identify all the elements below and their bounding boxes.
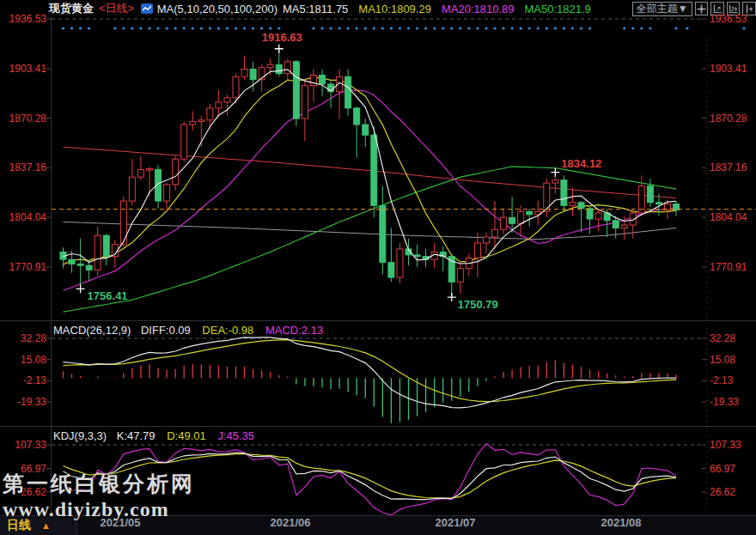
session-marker-dot (502, 27, 504, 29)
ma200-line (64, 222, 677, 240)
candle-body (621, 225, 627, 228)
candle-body (250, 70, 256, 80)
session-marker-dot (338, 27, 341, 29)
candle-body (241, 70, 247, 77)
candle-body (457, 269, 463, 283)
candle-body (94, 235, 101, 270)
candle-body (474, 243, 480, 258)
k-line (64, 453, 677, 500)
tab-daily[interactable]: 日线 ▲ (0, 516, 77, 535)
y-axis-label: 1870.28 (710, 113, 747, 124)
macd-title: MACD(26,12,9) (53, 324, 131, 337)
session-marker-dot (217, 27, 220, 29)
candle-body (173, 159, 179, 185)
session-marker-dot (269, 27, 271, 29)
session-marker-dot (640, 27, 643, 29)
macd-dea-value: DEA:-0.98 (202, 324, 253, 337)
candle-body (647, 186, 653, 203)
extreme-price-label: 1916.63 (262, 31, 302, 44)
kdj-j-value: J:45.35 (217, 429, 254, 442)
candle-body (69, 259, 75, 264)
candle-body (354, 108, 360, 125)
session-marker-dot (209, 27, 211, 29)
session-marker-dot (554, 27, 557, 29)
y-axis-label: 1903.41 (710, 64, 747, 74)
session-marker-dot (424, 27, 427, 29)
session-marker-dot (485, 27, 487, 29)
y-axis-label: 1770.91 (710, 262, 747, 272)
candle-body (320, 75, 326, 83)
candle-body (164, 185, 170, 201)
candle-body (397, 249, 403, 277)
extreme-price-label: 1756.41 (88, 289, 128, 302)
candle-body (302, 86, 308, 119)
candle-body (224, 98, 230, 102)
session-marker-dot (511, 27, 514, 29)
session-marker-dot (113, 27, 116, 29)
y-axis-label: 15.08 (0, 355, 46, 365)
chart-canvas[interactable]: 1916.631834.121756.411750.79 (0, 0, 756, 535)
session-marker-dot (571, 27, 574, 29)
candle-body (77, 264, 83, 265)
session-marker-dot (192, 27, 194, 29)
y-axis-label: 1804.04 (0, 212, 46, 222)
x-axis-month-label: 2021/05 (101, 516, 141, 529)
session-marker-dot (459, 27, 461, 29)
session-marker-dot (252, 27, 254, 29)
session-marker-dot (563, 27, 565, 29)
session-marker-dot (329, 27, 332, 29)
y-axis-label: 1936.53 (710, 14, 747, 24)
candle-body (233, 76, 239, 97)
session-marker-dot (131, 27, 133, 29)
candle-body (561, 180, 567, 206)
chevron-up-icon: ▲ (41, 520, 51, 531)
kdj-header: KDJ(9,3,3) K:47.79 D:49.01 J:45.35 (53, 429, 254, 442)
session-marker-dot (450, 27, 453, 29)
candle-body (147, 169, 153, 171)
y-axis-label: 1804.04 (710, 212, 747, 222)
candle-body (552, 180, 558, 183)
session-marker-dot (260, 27, 263, 29)
session-marker-dot (122, 27, 125, 29)
candle-body (129, 177, 135, 201)
session-marker-dot (520, 27, 522, 29)
candle-body (216, 102, 222, 108)
session-marker-dot (320, 27, 323, 29)
extreme-cross-marker (76, 284, 85, 293)
candle-body (293, 62, 299, 119)
y-axis-label: -2.13 (0, 375, 46, 386)
session-marker-dot (62, 27, 64, 29)
dea-line (64, 340, 677, 402)
y-axis-label: 32.28 (710, 333, 735, 343)
x-axis-month-label: 2021/06 (271, 516, 311, 529)
candle-body (509, 217, 515, 223)
session-marker-dot (381, 27, 384, 29)
session-marker-dot (390, 27, 393, 29)
session-marker-dot (528, 27, 531, 29)
session-marker-dot (364, 27, 367, 29)
candle-body (198, 120, 204, 122)
extreme-cross-marker (275, 45, 284, 53)
session-marker-dot (580, 27, 582, 29)
y-axis-label: 15.08 (710, 355, 735, 365)
session-marker-dot (537, 27, 540, 29)
session-marker-dot (623, 27, 625, 29)
kdj-k-value: K:47.79 (117, 429, 155, 442)
candle-body (587, 209, 593, 219)
session-marker-dot (686, 27, 688, 29)
session-marker-dot (674, 27, 677, 29)
candle-body (414, 255, 420, 257)
candle-body (483, 237, 489, 243)
y-axis-label: -19.33 (0, 397, 46, 407)
extreme-price-label: 1834.12 (561, 157, 601, 170)
y-axis-label: 32.28 (0, 333, 46, 343)
session-marker-dot (442, 27, 444, 29)
y-axis-label: 107.33 (710, 440, 741, 450)
session-marker-dot (493, 27, 496, 29)
chart-window: 现货黄金 <日线> MA(5,10,20,50,100,200) MA5:181… (0, 0, 756, 535)
candle-body (492, 229, 498, 237)
y-axis-label: 107.33 (0, 440, 46, 450)
session-marker-dot (79, 27, 82, 29)
candle-body (103, 235, 109, 256)
kdj-title: KDJ(9,3,3) (53, 429, 107, 442)
